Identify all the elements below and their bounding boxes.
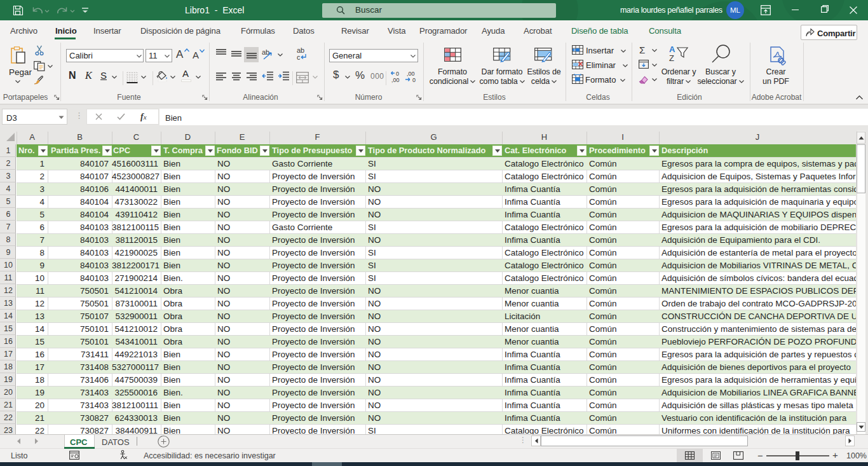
svg-text:,00: ,00 [391, 77, 400, 83]
svg-text:0: 0 [396, 71, 399, 77]
svg-text:A: A [669, 45, 675, 54]
svg-text:Z: Z [669, 53, 674, 63]
svg-text:c: c [297, 53, 301, 61]
